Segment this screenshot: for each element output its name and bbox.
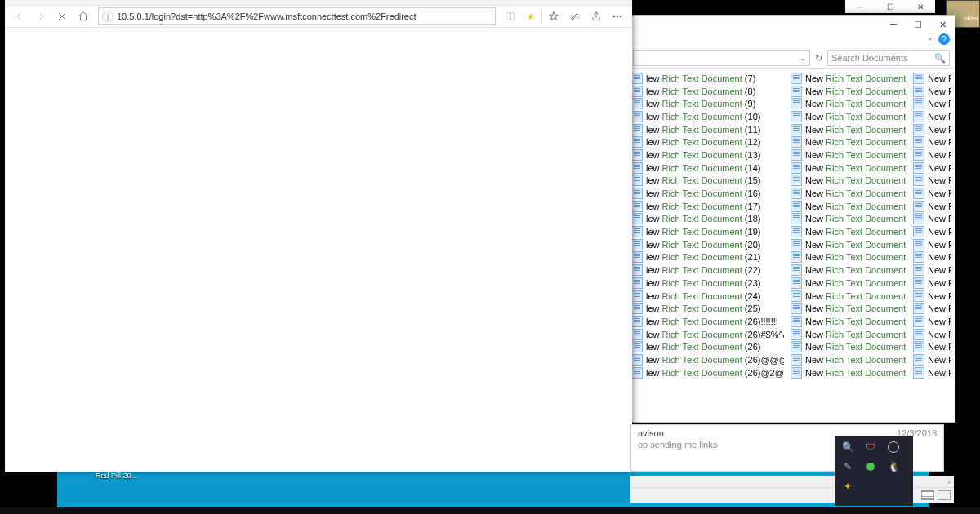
file-item[interactable]: New Rich Text Document (42) <box>787 264 910 277</box>
help-icon[interactable]: ? <box>938 33 950 45</box>
file-item[interactable]: New Rich Text Document (41) <box>787 251 910 264</box>
explorer-close-button[interactable]: ✕ <box>930 16 955 33</box>
refresh-icon[interactable]: ↻ <box>815 53 822 64</box>
file-item[interactable]: lew Rich Text Document (10) <box>628 110 787 123</box>
file-item[interactable]: New Rich Text Document (43) <box>787 277 910 290</box>
file-item[interactable]: New Rich <box>910 123 954 136</box>
site-info-icon[interactable]: i <box>102 11 114 22</box>
explorer-titlebar[interactable]: ─ ☐ ✕ <box>628 16 955 33</box>
address-chevron-icon[interactable]: ⌄ <box>800 54 806 62</box>
file-item[interactable]: New Rich Text Document (48) <box>787 340 910 353</box>
file-item[interactable]: lew Rich Text Document (12) <box>628 135 787 148</box>
file-item[interactable]: lew Rich Text Document (25) <box>628 302 787 315</box>
explorer-search-input[interactable]: Search Documents 🔍 <box>827 50 950 66</box>
tray-feather-icon[interactable]: ✎ <box>838 459 858 475</box>
file-item[interactable]: New Rich <box>910 340 954 353</box>
taskbar[interactable] <box>0 507 980 514</box>
file-item[interactable]: New Rich Text Document (44) <box>787 290 910 303</box>
file-item[interactable]: New Rich Text Document (50) <box>787 366 910 379</box>
file-item[interactable]: New Rich Text Document (33) <box>787 148 910 162</box>
file-item[interactable]: lew Rich Text Document (21) <box>628 251 787 264</box>
file-item[interactable]: New Rich <box>910 187 954 200</box>
file-item[interactable]: New Rich <box>910 225 954 238</box>
file-item[interactable]: New Rich <box>910 251 954 264</box>
forward-button[interactable] <box>31 7 51 26</box>
tray-app-icon[interactable]: 🐧 <box>884 459 903 475</box>
tray-status-icon[interactable] <box>861 459 880 475</box>
file-item[interactable]: New Rich Text Document (39) <box>787 225 910 238</box>
tray-globe-icon[interactable] <box>884 439 903 455</box>
file-item[interactable]: New Rich Text Document (28) <box>787 85 910 98</box>
system-tray-overflow[interactable]: 🔍 🛡 ✎ 🐧 ✦ <box>835 436 913 506</box>
file-item[interactable]: New Rich Text Document (30) <box>787 110 910 123</box>
notes-icon[interactable] <box>565 7 585 26</box>
share-icon[interactable] <box>586 7 606 26</box>
taskbar-item-label[interactable]: Red Pill 20... <box>96 472 137 480</box>
address-bar[interactable]: i 10.5.0.1/login?dst=http%3A%2F%2Fwww.ms… <box>98 7 496 25</box>
file-item[interactable]: lew Rich Text Document (8) <box>628 85 787 98</box>
file-item[interactable]: New Rich <box>910 238 954 251</box>
home-button[interactable] <box>74 7 93 26</box>
file-item[interactable]: New Rich Text Document (38) <box>787 213 910 226</box>
file-item[interactable]: New Rich <box>910 315 954 328</box>
file-item[interactable]: New Rich <box>910 97 954 110</box>
max-button[interactable]: ☐ <box>875 0 906 13</box>
file-item[interactable]: New Rich <box>910 328 954 341</box>
file-item[interactable]: New Rich Text Document (40) <box>787 238 910 251</box>
file-item[interactable]: New Rich <box>910 200 954 213</box>
tray-shield-icon[interactable]: 🛡 <box>861 439 880 455</box>
file-item[interactable]: New Rich <box>910 85 954 98</box>
file-item[interactable]: lew Rich Text Document (23) <box>628 277 787 290</box>
explorer-address-bar[interactable]: ⌄ <box>633 50 810 66</box>
file-item[interactable]: New Rich <box>910 290 954 303</box>
file-item[interactable]: New Rich <box>910 366 954 379</box>
file-item[interactable]: New Rich Text Document (46) <box>787 315 910 328</box>
file-item[interactable]: New Rich <box>910 162 954 175</box>
file-item[interactable]: New Rich <box>910 135 954 148</box>
reading-view-icon[interactable] <box>501 7 520 26</box>
file-item[interactable]: New Rich <box>910 72 954 85</box>
file-item[interactable]: New Rich <box>910 353 954 366</box>
file-item[interactable]: New Rich <box>910 148 954 162</box>
icons-view-icon[interactable] <box>938 490 951 500</box>
min-button[interactable]: ─ <box>845 0 875 13</box>
close-button[interactable]: ✕ <box>905 0 935 13</box>
tray-search-icon[interactable]: 🔍 <box>838 439 858 455</box>
file-item[interactable]: New Rich Text Document (29) <box>787 97 910 110</box>
explorer-file-list[interactable]: lew Rich Text Document (7)lew Rich Text … <box>628 69 955 414</box>
file-item[interactable]: New Rich Text Document (36) <box>787 187 910 200</box>
file-item[interactable]: lew Rich Text Document (9) <box>628 97 787 110</box>
file-item[interactable]: New Rich Text Document (37) <box>787 200 910 213</box>
file-item[interactable]: lew Rich Text Document (11) <box>628 123 787 136</box>
file-item[interactable]: lew Rich Text Document (19) <box>628 225 787 238</box>
favorites-hub-icon[interactable] <box>544 7 564 26</box>
file-item[interactable]: lew Rich Text Document (15) <box>628 175 787 188</box>
file-item[interactable]: New Rich <box>910 277 954 290</box>
file-item[interactable]: New Rich <box>910 213 954 226</box>
file-item[interactable]: lew Rich Text Document (24) <box>628 290 787 303</box>
explorer-min-button[interactable]: ─ <box>881 16 906 33</box>
stop-button[interactable] <box>52 7 72 26</box>
file-item[interactable]: New Rich Text Document (34) <box>787 162 910 175</box>
file-item[interactable]: lew Rich Text Document (26) <box>628 340 787 353</box>
file-item[interactable]: lew Rich Text Document (18) <box>628 213 787 226</box>
file-item[interactable]: lew Rich Text Document (16) <box>628 187 787 200</box>
file-item[interactable]: New Rich Text Document (27) <box>787 72 910 85</box>
file-item[interactable]: New Rich <box>910 302 954 315</box>
file-item[interactable]: lew Rich Text Document (14) <box>628 162 787 175</box>
file-item[interactable]: New Rich <box>910 264 954 277</box>
file-item[interactable]: lew Rich Text Document (26)@2@@@@ <box>628 366 787 379</box>
file-item[interactable]: New Rich <box>910 175 954 188</box>
file-item[interactable]: lew Rich Text Document (22) <box>628 264 787 277</box>
file-item[interactable]: lew Rich Text Document (7) <box>628 72 787 85</box>
details-view-icon[interactable] <box>921 490 934 500</box>
file-item[interactable]: New Rich Text Document (47) <box>787 328 910 341</box>
browser-viewport[interactable] <box>5 28 632 472</box>
file-item[interactable]: lew Rich Text Document (13) <box>628 148 787 162</box>
file-item[interactable]: New Rich Text Document (31) <box>787 123 910 136</box>
file-item[interactable]: New Rich Text Document (35) <box>787 175 910 188</box>
back-button[interactable] <box>10 7 29 26</box>
file-item[interactable]: New Rich Text Document (45) <box>787 302 910 315</box>
explorer-max-button[interactable]: ☐ <box>906 16 930 33</box>
file-item[interactable]: lew Rich Text Document (17) <box>628 200 787 213</box>
